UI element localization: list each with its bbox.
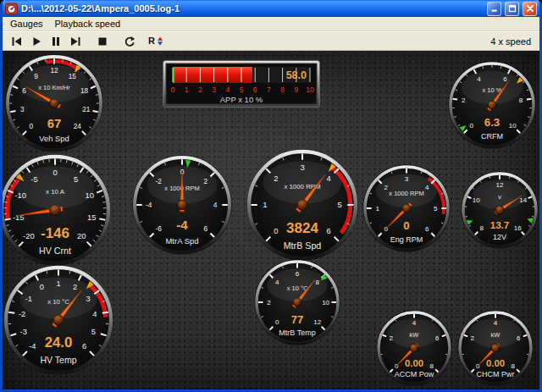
tick-label: -4 <box>29 342 36 351</box>
minimize-button[interactable] <box>487 2 501 16</box>
toolbar-separator <box>139 32 147 50</box>
playback-speed-label: 4 x speed <box>490 36 535 47</box>
glass-highlight <box>473 180 527 209</box>
gauge-eng-rpm: 0123456x 1000 RPM0Eng RPM <box>362 163 451 253</box>
gauge-label: HV Crnt <box>39 246 71 256</box>
title-bar[interactable]: D:\...\2012-05-22\Ampera_0005.log-1 <box>3 0 539 17</box>
gauge-label: MtrB Temp <box>279 329 315 337</box>
tick-label: 15 <box>87 213 97 222</box>
pause-button[interactable] <box>46 33 65 50</box>
bar-gauge-app: 01234567891058.0APP x 10 % <box>163 60 320 108</box>
gauge-panel: 03691215182124x 10 Km/Hr67Veh Spd0246810… <box>3 51 539 389</box>
play-button[interactable] <box>26 33 46 50</box>
tick-label: -15 <box>13 213 25 222</box>
tick-label: 1 <box>375 205 379 213</box>
bar-fill <box>173 67 252 83</box>
menu-playback-speed[interactable]: Playback speed <box>49 18 127 30</box>
gauge-label: HV Temp <box>40 355 76 365</box>
gauge-value: 24.0 <box>45 334 73 351</box>
glass-highlight <box>267 269 327 301</box>
tick-label: 8 <box>512 362 516 370</box>
bar-tick-label: 3 <box>212 86 216 94</box>
bar-tick-label: 8 <box>280 86 285 94</box>
loop-button[interactable] <box>119 33 139 50</box>
maximize-icon <box>508 4 517 13</box>
glass-highlight <box>19 65 88 102</box>
tick-label: 6 <box>425 225 429 233</box>
reset-peaks-button[interactable]: R <box>147 33 166 50</box>
gauge-value: -4 <box>176 218 188 232</box>
tick-label: 5 <box>434 205 438 213</box>
tick-label: 24 <box>74 123 82 130</box>
gauge-value: 77 <box>291 313 303 326</box>
bar-tick-label: 6 <box>253 86 257 94</box>
gauge-value: 6.3 <box>484 116 500 129</box>
glass-highlight <box>462 71 523 104</box>
bar-tick-label: 9 <box>294 86 298 94</box>
tick-label: 16 <box>514 224 522 232</box>
tick-label: 5 <box>337 200 341 209</box>
gauge-value: 0.00 <box>486 358 505 368</box>
tick-label: 6 <box>327 226 331 235</box>
maximize-button[interactable] <box>505 2 519 16</box>
skip-end-button[interactable] <box>65 33 85 50</box>
glass-highlight <box>469 319 522 348</box>
bar-value: 58.0 <box>286 69 307 81</box>
menu-bar: Gauges Playback speed <box>3 17 539 31</box>
close-icon <box>526 4 534 13</box>
gauge-value: 13.7 <box>490 219 510 230</box>
minimize-icon <box>490 4 499 13</box>
glass-highlight <box>15 166 94 208</box>
tick-label: 8 <box>519 97 523 104</box>
tick-label: 21 <box>82 106 91 113</box>
gauge-hv-temp: -4-3-2-10123456x 10 °C24.0HV Temp <box>3 264 114 376</box>
loop-icon <box>123 36 136 47</box>
tick-label: 20 <box>77 231 86 240</box>
tick-label: 8 <box>479 224 484 232</box>
tick-label: -20 <box>23 231 35 240</box>
gauge-mtrb-spd: 0123456x 1000 RPM3824MtrB Spd <box>246 148 359 262</box>
gauge-value: 3824 <box>286 220 318 236</box>
gauge-label: Eng RPM <box>390 235 423 244</box>
skip-start-button[interactable] <box>7 33 26 50</box>
gauge-value: -146 <box>41 225 69 241</box>
gauge-chcm-pwr: 02468kW0.00CHCM Pwr <box>456 309 534 387</box>
gauge-label: MtrB Spd <box>284 240 322 251</box>
gauge-label: CHCM Pwr <box>477 370 515 378</box>
play-icon <box>30 36 42 47</box>
gauge-label: ACCM Pow <box>395 370 434 378</box>
gauge-value: 0.00 <box>405 358 423 368</box>
tick-label: 2 <box>267 299 271 306</box>
tick-label: 4 <box>213 201 218 209</box>
gauge-label: CRFM <box>481 132 503 141</box>
gauge-value: 0 <box>403 219 409 232</box>
stop-button[interactable] <box>92 33 112 50</box>
menu-gauges[interactable]: Gauges <box>4 18 49 30</box>
glass-highlight <box>19 277 97 319</box>
gauge-12v: 810121416v13.712V <box>460 170 539 250</box>
gauge-mtrb-temp: 024681012x 10 °C77MtrB Temp <box>253 258 341 346</box>
toolbar-separator <box>85 32 92 50</box>
reset-peaks-icon <box>156 36 164 47</box>
bar-tick-label: 1 <box>185 86 189 94</box>
tick-label: 0 <box>470 122 474 130</box>
tick-label: 12 <box>313 318 321 326</box>
bar-tick-label: 7 <box>267 86 271 94</box>
glass-highlight <box>376 174 438 207</box>
bar-label: APP x 10 % <box>220 95 263 104</box>
gauge-label: MtrA Spd <box>165 236 198 246</box>
bar-tick-label: 2 <box>198 86 202 94</box>
tick-label: -4 <box>146 201 152 209</box>
close-button[interactable] <box>523 2 537 16</box>
tick-label: 0 <box>275 318 279 326</box>
tick-label: 6 <box>203 224 207 233</box>
gauge-label: Veh Spd <box>39 135 69 143</box>
glass-highlight <box>147 166 218 204</box>
tick-label: 1 <box>263 200 267 209</box>
gauge-crfm: 0246810x 10 %6.3CRFM <box>447 60 537 150</box>
window-title: D:\...\2012-05-22\Ampera_0005.log-1 <box>21 3 484 14</box>
app-icon <box>5 3 18 15</box>
tick-label: 5 <box>91 328 96 336</box>
bar-tick-label: 0 <box>171 86 175 94</box>
skip-end-icon <box>69 36 81 47</box>
